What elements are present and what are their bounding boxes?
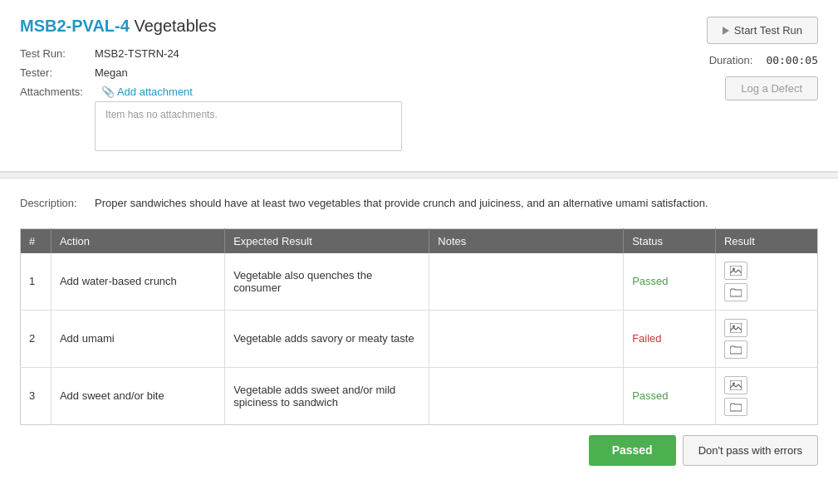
footer-row: Passed Don't pass with errors xyxy=(20,425,818,476)
cell-notes xyxy=(429,310,624,367)
add-attachment-label: Add attachment xyxy=(117,86,193,98)
result-image-button[interactable] xyxy=(724,319,747,337)
log-defect-label: Log a Defect xyxy=(741,82,802,95)
duration-value: 00:00:05 xyxy=(766,54,818,66)
page-title: MSB2-PVAL-4 Vegetables xyxy=(20,17,818,36)
svg-point-1 xyxy=(733,267,735,270)
cell-notes xyxy=(429,253,624,311)
cell-status: Passed xyxy=(624,253,716,311)
table-row: 2Add umamiVegetable adds savory or meaty… xyxy=(21,310,818,367)
cell-status: Failed xyxy=(624,310,716,367)
title-name: Vegetables xyxy=(134,17,216,35)
result-image-button[interactable] xyxy=(724,376,747,394)
cell-expected: Vegetable also quenches the consumer xyxy=(225,253,429,311)
result-folder-button[interactable] xyxy=(724,398,747,416)
col-header-status: Status xyxy=(624,228,716,253)
result-folder-button[interactable] xyxy=(724,340,747,359)
tester-label: Tester: xyxy=(20,66,95,79)
description-label: Description: xyxy=(20,195,95,212)
svg-rect-4 xyxy=(730,380,742,390)
paperclip-icon: 📎 xyxy=(101,86,115,98)
svg-point-3 xyxy=(733,325,735,327)
section-divider xyxy=(0,172,838,179)
cell-action: Add umami xyxy=(51,310,224,367)
passed-label: Passed xyxy=(612,443,653,457)
steps-table: # Action Expected Result Notes Status Re… xyxy=(20,228,818,425)
col-header-result: Result xyxy=(715,228,817,253)
bottom-section: Description: Proper sandwiches should ha… xyxy=(0,179,838,476)
col-header-expected: Expected Result xyxy=(225,228,429,253)
right-panel: Start Test Run Duration: 00:00:05 Log a … xyxy=(707,17,818,100)
description-text: Proper sandwiches should have at least t… xyxy=(95,195,708,212)
table-row: 3Add sweet and/or biteVegetable adds swe… xyxy=(21,367,818,424)
add-attachment-link[interactable]: 📎 Add attachment xyxy=(101,86,193,98)
tester-row: Tester: Megan xyxy=(20,66,818,79)
svg-point-5 xyxy=(733,382,735,384)
top-section: MSB2-PVAL-4 Vegetables Test Run: MSB2-TS… xyxy=(0,0,838,172)
test-run-value: MSB2-TSTRN-24 xyxy=(95,47,179,60)
attachments-label: Attachments: xyxy=(20,86,95,98)
cell-result xyxy=(715,253,817,311)
test-run-row: Test Run: MSB2-TSTRN-24 xyxy=(20,47,818,60)
cell-expected: Vegetable adds savory or meaty taste xyxy=(225,310,429,367)
svg-rect-0 xyxy=(730,266,742,276)
cell-num: 2 xyxy=(21,310,51,367)
cell-action: Add water-based crunch xyxy=(51,253,224,311)
col-header-num: # xyxy=(21,228,51,253)
log-defect-button[interactable]: Log a Defect xyxy=(725,76,818,100)
title-id: MSB2-PVAL-4 xyxy=(20,17,130,35)
col-header-notes: Notes xyxy=(429,228,624,253)
table-row: 1Add water-based crunchVegetable also qu… xyxy=(21,253,818,311)
start-test-button[interactable]: Start Test Run xyxy=(707,17,818,44)
dont-pass-button[interactable]: Don't pass with errors xyxy=(683,435,818,466)
tester-value: Megan xyxy=(95,66,128,79)
description-row: Description: Proper sandwiches should ha… xyxy=(20,195,818,212)
cell-notes xyxy=(429,367,624,424)
dont-pass-label: Don't pass with errors xyxy=(698,444,802,457)
test-run-label: Test Run: xyxy=(20,47,95,60)
cell-result xyxy=(715,367,817,424)
cell-num: 1 xyxy=(21,253,51,311)
attachments-box: Item has no attachments. xyxy=(95,101,402,151)
col-header-action: Action xyxy=(51,228,224,253)
cell-num: 3 xyxy=(21,367,51,424)
passed-button[interactable]: Passed xyxy=(589,435,676,466)
svg-rect-2 xyxy=(730,323,742,333)
duration-row: Duration: 00:00:05 xyxy=(709,54,818,66)
play-icon xyxy=(723,27,729,35)
start-test-label: Start Test Run xyxy=(734,24,802,37)
cell-expected: Vegetable adds sweet and/or mild spicine… xyxy=(225,367,429,424)
cell-result xyxy=(715,310,817,367)
result-folder-button[interactable] xyxy=(724,283,747,301)
cell-action: Add sweet and/or bite xyxy=(51,367,224,424)
attachments-placeholder: Item has no attachments. xyxy=(105,109,218,120)
cell-status: Passed xyxy=(624,367,716,424)
attachments-row: Attachments: 📎 Add attachment Item has n… xyxy=(20,86,818,151)
duration-label: Duration: xyxy=(709,54,753,66)
result-image-button[interactable] xyxy=(724,262,747,280)
table-header-row: # Action Expected Result Notes Status Re… xyxy=(21,228,818,253)
